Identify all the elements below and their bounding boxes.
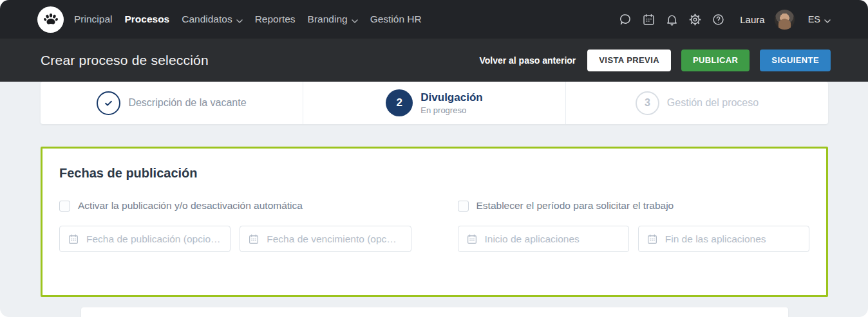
nav-item-branding[interactable]: Branding [308, 13, 358, 26]
publication-dates-card: Fechas de publicación Activar la publica… [41, 147, 828, 297]
nav-item-reportes[interactable]: Reportes [255, 14, 296, 25]
applications-start-input[interactable] [485, 233, 621, 245]
language-selector[interactable]: ES [808, 14, 831, 25]
step-3-process-management[interactable]: 3 Gestión del proceso [565, 82, 828, 124]
nav-item-candidatos[interactable]: Candidatos [182, 13, 242, 26]
chat-icon[interactable] [619, 13, 632, 26]
back-to-previous-step-link[interactable]: Volver al paso anterior [479, 55, 576, 66]
applications-end-input[interactable] [665, 233, 801, 245]
next-section-card [81, 307, 788, 317]
publication-date-field [59, 226, 231, 252]
step-status: En progreso [420, 105, 482, 115]
application-period-checkbox-row: Establecer el período para solicitar el … [458, 200, 810, 212]
nav-item-gestion-hr[interactable]: Gestión HR [370, 14, 422, 25]
applications-start-field [458, 226, 629, 252]
step-1-vacancy-description[interactable]: Descripción de la vacante [41, 82, 303, 124]
user-name[interactable]: Laura [740, 14, 764, 25]
step-active-circle: 2 [386, 89, 413, 116]
auto-publication-checkbox-row: Activar la publicación y/o desactivación… [59, 200, 411, 212]
header-actions: Volver al paso anterior VISTA PREVIA PUB… [479, 50, 831, 71]
bell-icon[interactable] [665, 13, 679, 26]
help-icon[interactable] [712, 13, 725, 26]
expiration-date-field [240, 226, 411, 252]
page-title: Crear proceso de selección [41, 53, 209, 68]
calendar-icon [248, 233, 259, 245]
app-logo[interactable] [37, 6, 64, 33]
step-pending-circle: 3 [636, 91, 659, 115]
auto-publication-column: Activar la publicación y/o desactivación… [59, 200, 411, 252]
auto-publication-checkbox[interactable] [59, 201, 70, 212]
user-avatar[interactable] [775, 10, 795, 30]
calendar-icon [646, 233, 658, 245]
application-period-column: Establecer el período para solicitar el … [458, 200, 810, 252]
gear-icon[interactable] [688, 13, 702, 26]
applications-end-field [638, 226, 809, 252]
navbar-right: Laura ES [619, 10, 831, 30]
preview-button[interactable]: VISTA PREVIA [587, 50, 671, 71]
publish-button[interactable]: PUBLICAR [681, 50, 750, 71]
step-label: Gestión del proceso [667, 97, 759, 109]
checkbox-label: Establecer el período para solicitar el … [476, 200, 674, 212]
dates-form: Activar la publicación y/o desactivación… [59, 200, 809, 252]
chevron-down-icon [352, 14, 358, 26]
next-button[interactable]: SIGUIENTE [760, 50, 831, 71]
publication-date-input[interactable] [86, 233, 222, 245]
section-title: Fechas de publicación [59, 166, 809, 181]
wizard-stepper: Descripción de la vacante 2 Divulgación … [41, 82, 828, 124]
step-label: Descripción de la vacante [128, 97, 246, 109]
chevron-down-icon [236, 14, 243, 26]
check-icon [104, 98, 113, 108]
checkbox-label: Activar la publicación y/o desactivación… [78, 200, 303, 212]
calendar-icon [466, 233, 478, 245]
calendar-icon [68, 233, 79, 245]
calendar-icon[interactable] [642, 13, 656, 26]
chevron-down-icon [824, 15, 831, 25]
nav-item-procesos[interactable]: Procesos [124, 14, 169, 25]
step-label: Divulgación [420, 91, 482, 104]
step-done-circle [97, 91, 120, 115]
step-2-divulgacion[interactable]: 2 Divulgación En progreso [303, 82, 565, 124]
app-window: Principal Procesos Candidatos Reportes B… [0, 0, 868, 317]
application-period-checkbox[interactable] [458, 201, 469, 212]
main-content: Fechas de publicación Activar la publica… [0, 124, 868, 317]
paw-icon [42, 11, 59, 28]
nav-item-principal[interactable]: Principal [74, 14, 112, 25]
top-navbar: Principal Procesos Candidatos Reportes B… [0, 0, 868, 39]
page-header: Crear proceso de selección Volver al pas… [0, 39, 868, 82]
expiration-date-input[interactable] [267, 233, 402, 245]
main-menu: Principal Procesos Candidatos Reportes B… [74, 13, 422, 26]
